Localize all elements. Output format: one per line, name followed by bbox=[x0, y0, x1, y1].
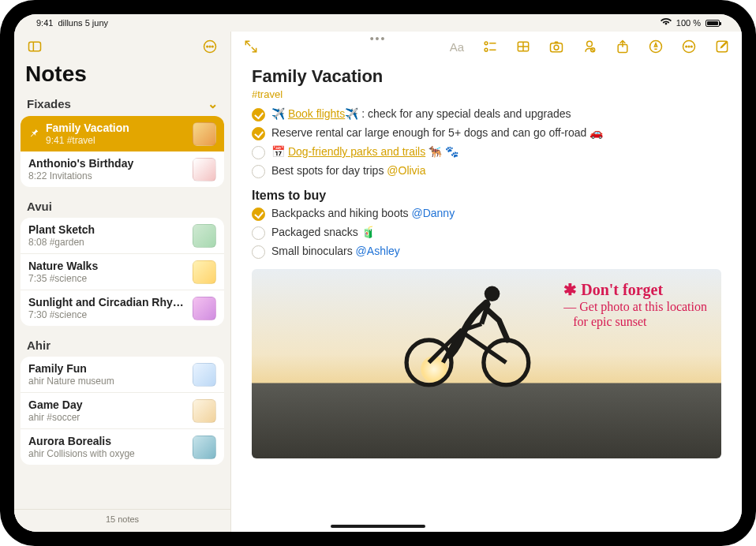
chevron-down-icon[interactable]: ⌄ bbox=[208, 96, 218, 111]
note-title-heading[interactable]: Family Vacation bbox=[252, 66, 721, 87]
note-title: Nature Walks bbox=[28, 260, 186, 272]
handwriting-line: — Get photo at this location bbox=[563, 299, 707, 314]
sidebar-more-button[interactable] bbox=[199, 36, 221, 58]
status-time: 9:41 bbox=[36, 18, 53, 28]
expand-fullscreen-button[interactable] bbox=[242, 38, 260, 55]
svg-point-5 bbox=[212, 46, 214, 47]
checklist-text[interactable]: Packaged snacks 🧃 bbox=[271, 226, 375, 238]
text-format-button[interactable]: Aa bbox=[448, 38, 466, 55]
svg-point-20 bbox=[686, 46, 687, 47]
checkbox-icon[interactable] bbox=[252, 108, 265, 122]
note-title: Family Fun bbox=[28, 362, 186, 375]
checklist-text[interactable]: Small binoculars @Ashley bbox=[271, 245, 400, 257]
note-subtitle: 9:41 #travel bbox=[46, 135, 186, 146]
checkbox-icon[interactable] bbox=[252, 208, 265, 221]
svg-point-22 bbox=[691, 46, 693, 47]
checklist-text[interactable]: Best spots for day trips @Olivia bbox=[271, 164, 426, 177]
note-title: Plant Sketch bbox=[28, 223, 186, 236]
section-header-label: Fixades bbox=[27, 97, 71, 110]
note-subtitle: 8:22 Invitations bbox=[28, 170, 186, 181]
status-bar: 9:41 dilluns 5 juny 100 % bbox=[14, 14, 742, 32]
sidebar-title: Notes bbox=[14, 62, 230, 92]
checklist-item[interactable]: ✈️ Book flights✈️ : check for any specia… bbox=[252, 105, 721, 124]
more-button[interactable] bbox=[680, 38, 698, 55]
note-title: Game Day bbox=[28, 398, 186, 411]
table-button[interactable] bbox=[515, 38, 532, 55]
note-row-aurora-borealis[interactable]: Aurora Borealis ahir Collisions with oxy… bbox=[21, 429, 224, 465]
checklist-item[interactable]: Packaged snacks 🧃 bbox=[252, 223, 721, 242]
checkbox-icon[interactable] bbox=[252, 245, 265, 259]
note-thumbnail bbox=[193, 399, 216, 423]
notes-list-scroll[interactable]: Fixades ⌄ Family Vacation 9:41 #travel bbox=[14, 92, 230, 509]
note-editor[interactable]: Family Vacation #travel ✈️ Book flights✈… bbox=[231, 62, 742, 532]
svg-point-3 bbox=[207, 46, 208, 47]
note-row-nature-walks[interactable]: Nature Walks 7:35 #science bbox=[21, 254, 224, 290]
cyclist-silhouette bbox=[393, 269, 535, 391]
note-subheading[interactable]: Items to buy bbox=[252, 189, 721, 203]
note-thumbnail bbox=[193, 297, 216, 320]
note-content: Aa bbox=[231, 32, 742, 532]
checkbox-icon[interactable] bbox=[252, 127, 265, 140]
svg-point-4 bbox=[209, 46, 211, 47]
handwritten-annotation: ✱ Don't forget — Get photo at this locat… bbox=[563, 280, 707, 329]
checklist-button[interactable] bbox=[481, 38, 499, 55]
note-row-family-fun[interactable]: Family Fun ahir Nature museum bbox=[21, 357, 224, 393]
checklist-text[interactable]: Backpacks and hiking boots @Danny bbox=[271, 207, 455, 219]
note-row-game-day[interactable]: Game Day ahir #soccer bbox=[21, 393, 224, 429]
checklist-text[interactable]: 📅 Dog-friendly parks and trails 🐕‍🦺 🐾 bbox=[271, 145, 458, 158]
svg-point-21 bbox=[688, 46, 690, 47]
attached-photo[interactable]: ✱ Don't forget — Get photo at this locat… bbox=[252, 269, 721, 458]
checklist-item[interactable]: 📅 Dog-friendly parks and trails 🐕‍🦺 🐾 bbox=[252, 143, 721, 162]
checkbox-icon[interactable] bbox=[252, 146, 265, 159]
note-subtitle: ahir Nature museum bbox=[28, 376, 186, 387]
checkbox-icon[interactable] bbox=[252, 226, 265, 240]
checkbox-icon[interactable] bbox=[252, 165, 265, 178]
svg-point-15 bbox=[587, 41, 593, 47]
note-thumbnail bbox=[193, 436, 216, 459]
section-header-today: Avui bbox=[14, 195, 230, 215]
note-title: Anthonio's Birthday bbox=[28, 157, 186, 170]
note-thumbnail bbox=[193, 224, 216, 248]
svg-point-25 bbox=[483, 340, 528, 385]
home-indicator[interactable] bbox=[331, 525, 425, 528]
link-book-flights[interactable]: Book flights bbox=[288, 107, 345, 120]
link-dog-parks[interactable]: Dog-friendly parks and trails bbox=[288, 145, 425, 158]
section-pinned: Family Vacation 9:41 #travel Anthonio's … bbox=[21, 116, 224, 187]
checklist-text[interactable]: ✈️ Book flights✈️ : check for any specia… bbox=[271, 107, 571, 120]
compose-button[interactable] bbox=[713, 38, 731, 55]
checklist-travel: ✈️ Book flights✈️ : check for any specia… bbox=[252, 105, 721, 181]
note-row-sunlight-circadian[interactable]: Sunlight and Circadian Rhy… 7:30 #scienc… bbox=[21, 290, 224, 326]
note-subtitle: ahir Collisions with oxyge bbox=[28, 448, 186, 459]
share-button[interactable] bbox=[614, 38, 631, 55]
note-thumbnail bbox=[193, 363, 216, 387]
checklist-text[interactable]: Reserve rental car large enough for 5+ d… bbox=[271, 126, 603, 139]
mention-olivia[interactable]: @Olivia bbox=[387, 164, 425, 177]
note-thumbnail bbox=[193, 260, 216, 284]
battery-icon bbox=[705, 20, 720, 27]
checklist-item[interactable]: Backpacks and hiking boots @Danny bbox=[252, 204, 721, 223]
note-title: Family Vacation bbox=[46, 122, 186, 134]
checklist-item[interactable]: Best spots for day trips @Olivia bbox=[252, 162, 721, 181]
camera-button[interactable] bbox=[548, 38, 565, 55]
note-row-anthonios-birthday[interactable]: Anthonio's Birthday 8:22 Invitations bbox=[21, 151, 224, 187]
markup-button[interactable] bbox=[647, 38, 664, 55]
mention-danny[interactable]: @Danny bbox=[411, 207, 455, 219]
note-thumbnail bbox=[193, 122, 216, 146]
note-subtitle: 7:35 #science bbox=[28, 273, 186, 284]
note-title: Aurora Borealis bbox=[28, 435, 186, 447]
section-header-pinned[interactable]: Fixades ⌄ bbox=[14, 92, 230, 113]
note-row-plant-sketch[interactable]: Plant Sketch 8:08 #garden bbox=[21, 218, 224, 254]
svg-rect-13 bbox=[551, 43, 563, 52]
wifi-icon bbox=[661, 18, 672, 28]
checklist-item[interactable]: Reserve rental car large enough for 5+ d… bbox=[252, 124, 721, 143]
mention-ashley[interactable]: @Ashley bbox=[356, 245, 400, 257]
lock-button[interactable] bbox=[581, 38, 598, 55]
note-tag[interactable]: #travel bbox=[252, 88, 721, 100]
multitask-dots-icon[interactable]: ••• bbox=[370, 32, 387, 45]
checklist-item[interactable]: Small binoculars @Ashley bbox=[252, 242, 721, 261]
note-row-family-vacation[interactable]: Family Vacation 9:41 #travel bbox=[21, 116, 224, 151]
svg-point-6 bbox=[485, 42, 488, 45]
status-date: dilluns 5 juny bbox=[58, 18, 108, 28]
sidebar-toggle-button[interactable] bbox=[24, 36, 46, 58]
section-header-label: Avui bbox=[27, 200, 52, 213]
